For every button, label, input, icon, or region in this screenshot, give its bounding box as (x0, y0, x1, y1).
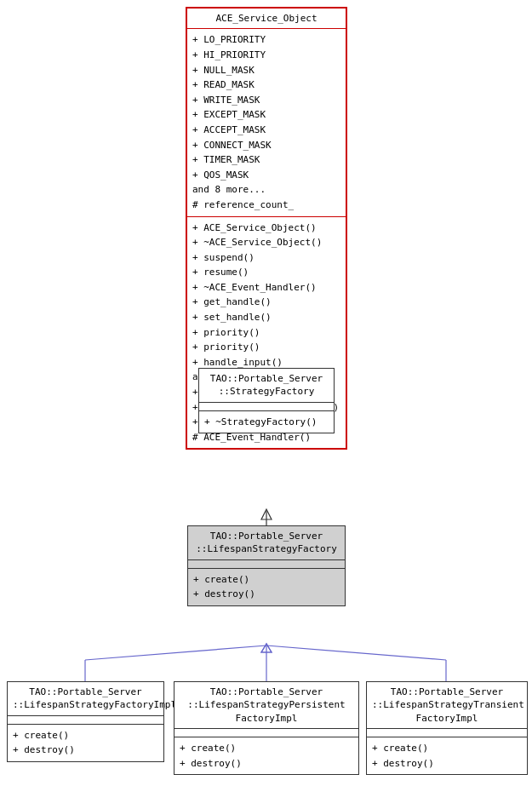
svg-marker-8 (261, 644, 272, 652)
lifespan-factory-empty (188, 560, 345, 569)
lifespan-impl-title: TAO::Portable_Server::LifespanStrategyFa… (8, 682, 163, 716)
strategy-factory-title: TAO::Portable_Server::StrategyFactory (199, 369, 334, 403)
lifespan-factory-methods: + create() + destroy() (188, 569, 345, 605)
svg-line-5 (85, 645, 266, 660)
lifespan-persistent-title: TAO::Portable_Server::LifespanStrategyPe… (174, 682, 358, 729)
ace-service-object-title: ACE_Service_Object (187, 9, 346, 29)
diagram-container: ACE_Service_Object + LO_PRIORITY + HI_PR… (0, 0, 532, 786)
svg-marker-3 (261, 509, 272, 519)
svg-marker-6 (261, 644, 272, 652)
ace-service-object-attributes: + LO_PRIORITY + HI_PRIORITY + NULL_MASK … (187, 29, 346, 216)
lifespan-strategy-factory-box: TAO::Portable_Server::LifespanStrategyFa… (187, 525, 346, 606)
lifespan-persistent-methods: + create() + destroy() (174, 737, 358, 774)
strategy-factory-empty (199, 403, 334, 411)
strategy-factory-box: TAO::Portable_Server::StrategyFactory + … (198, 368, 335, 433)
lifespan-impl-methods: + create() + destroy() (8, 725, 163, 761)
lifespan-transient-empty (367, 729, 527, 737)
lifespan-transient-title: TAO::Portable_Server::LifespanStrategyTr… (367, 682, 527, 729)
lifespan-transient-methods: + create() + destroy() (367, 737, 527, 774)
lifespan-transient-box: TAO::Portable_Server::LifespanStrategyTr… (366, 681, 528, 775)
lifespan-persistent-empty (174, 729, 358, 737)
lifespan-strategy-factory-title: TAO::Portable_Server::LifespanStrategyFa… (188, 526, 345, 560)
lifespan-persistent-box: TAO::Portable_Server::LifespanStrategyPe… (174, 681, 359, 775)
lifespan-impl-empty (8, 716, 163, 725)
lifespan-impl-box: TAO::Portable_Server::LifespanStrategyFa… (7, 681, 164, 762)
svg-line-10 (266, 645, 446, 660)
strategy-factory-methods: + ~StrategyFactory() (199, 411, 334, 433)
